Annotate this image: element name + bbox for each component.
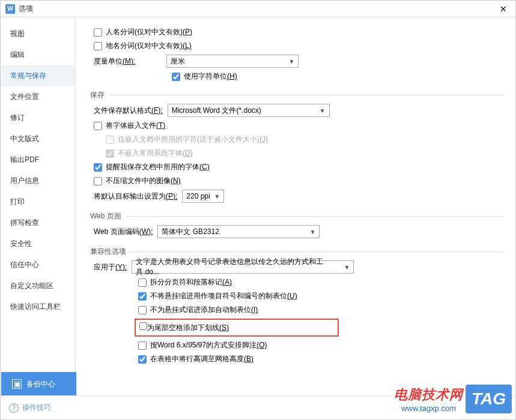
checkbox-word6-footnote[interactable]: 按Word 6.x/95/97的方式安排脚注(O): [138, 340, 267, 350]
sidebar-item-customize-ribbon[interactable]: 自定义功能区: [1, 275, 75, 296]
sidebar-item-edit[interactable]: 编辑: [1, 44, 75, 65]
checkbox-name-seg[interactable]: 人名分词(仅对中文有效)(P): [94, 27, 192, 37]
web-encoding-label: Web 页面编码(W):: [94, 227, 153, 237]
watermark: 电脑技术网 www.tagxp.com TAG: [394, 385, 512, 413]
chevron-down-icon: ▼: [310, 229, 316, 235]
sidebar-item-export-pdf[interactable]: 输出PDF: [1, 149, 75, 170]
chevron-down-icon: ▼: [320, 107, 326, 114]
row-apply-to: 应用于(Y): 文字是人类用表义符号记录表达信息以传之久远的方式和工具.do..…: [90, 260, 503, 274]
sidebar-item-user-info[interactable]: 用户信息: [1, 170, 75, 191]
web-encoding-select[interactable]: 简体中文 GB2312▼: [157, 225, 320, 238]
row-grid-height: 在表格中将行高调至网格高度(B): [90, 354, 503, 364]
unit-select[interactable]: 厘米▼: [166, 55, 299, 68]
row-trailing-underline-highlighted: 为尾部空格添加下划线(S): [135, 319, 339, 337]
chevron-down-icon: ▼: [214, 193, 220, 200]
watermark-url: www.tagxp.com: [394, 404, 463, 413]
chevron-down-icon: ▼: [344, 264, 350, 271]
checkbox-no-sys-font: 不嵌入常用系统字体(D): [106, 148, 193, 158]
row-only-used: 仅嵌入文档中所用的字符(适于减小文件大小)(J): [90, 134, 503, 145]
apply-to-label: 应用于(Y):: [94, 262, 127, 272]
row-word6-footnote: 按Word 6.x/95/97的方式安排脚注(O): [90, 340, 503, 350]
row-embed-font: 将字体嵌入文件(T): [90, 121, 503, 131]
checkbox-place-seg[interactable]: 地名分词(仅对中文有效)(L): [94, 41, 192, 51]
row-unit: 度量单位(M): 厘米▼: [90, 55, 503, 68]
sidebar-item-spellcheck[interactable]: 拼写检查: [1, 212, 75, 233]
checkbox-char-unit[interactable]: 使用字符单位(H): [172, 71, 237, 82]
content-panel: 人名分词(仅对中文有效)(P) 地名分词(仅对中文有效)(L) 度量单位(M):…: [76, 17, 515, 373]
row-target-output: 将默认目标输出设置为(P): 220 ppi▼: [90, 190, 503, 203]
backup-icon: ▣: [12, 379, 22, 389]
backup-label: 备份中心: [26, 379, 55, 389]
titlebar: W 选项 ✕: [1, 1, 515, 17]
unit-label: 度量单位(M):: [94, 56, 135, 67]
watermark-title: 电脑技术网: [394, 386, 463, 404]
checkbox-split-page[interactable]: 拆分分页符和段落标记(A): [138, 277, 232, 287]
sidebar-item-print[interactable]: 打印: [1, 191, 75, 212]
app-icon: W: [5, 4, 15, 14]
window-title: 选项: [19, 4, 496, 14]
row-no-compress: 不压缩文件中的图像(N): [90, 176, 503, 186]
sidebar-item-revision[interactable]: 修订: [1, 107, 75, 128]
row-save-format: 文件保存默认格式(F): Microsoft Word 文件(*.docx)▼: [90, 104, 503, 117]
row-hang-indent: 不将悬挂缩进用作项目符号和编号的制表位(U): [90, 291, 503, 301]
save-format-label: 文件保存默认格式(F):: [94, 106, 163, 116]
row-place-seg: 地名分词(仅对中文有效)(L): [90, 41, 503, 51]
sidebar-item-file-loc[interactable]: 文件位置: [1, 86, 75, 107]
checkbox-grid-height[interactable]: 在表格中将行高调至网格高度(B): [138, 354, 253, 364]
save-format-select[interactable]: Microsoft Word 文件(*.docx)▼: [168, 104, 330, 117]
checkbox-remind-font[interactable]: 提醒我保存文档中所用的字体(C): [94, 162, 210, 172]
checkbox-no-compress[interactable]: 不压缩文件中的图像(N): [94, 176, 181, 186]
sidebar-item-general-save[interactable]: 常规与保存: [1, 65, 75, 86]
checkbox-auto-tab[interactable]: 不为悬挂式缩进添加自动制表位(I): [138, 305, 258, 315]
apply-to-select[interactable]: 文字是人类用表义符号记录表达信息以传之久远的方式和工具.do...▼: [132, 260, 354, 274]
checkbox-embed-font[interactable]: 将字体嵌入文件(T): [94, 121, 165, 131]
checkbox-hang-indent[interactable]: 不将悬挂缩进用作项目符号和编号的制表位(U): [138, 291, 297, 301]
sidebar-item-quick-access[interactable]: 快速访问工具栏: [1, 296, 75, 317]
sidebar-item-cn-layout[interactable]: 中文版式: [1, 128, 75, 149]
section-save: 保存: [90, 90, 503, 100]
checkbox-only-used: 仅嵌入文档中所用的字符(适于减小文件大小)(J): [106, 134, 268, 145]
sidebar-item-view[interactable]: 视图: [1, 23, 75, 44]
chevron-down-icon: ▼: [288, 58, 294, 65]
row-char-unit: 使用字符单位(H): [90, 71, 503, 82]
checkbox-trailing-underline[interactable]: 为尾部空格添加下划线(S): [139, 322, 229, 333]
sidebar: 视图 编辑 常规与保存 文件位置 修订 中文版式 输出PDF 用户信息 打印 拼…: [1, 17, 76, 373]
main-area: 视图 编辑 常规与保存 文件位置 修订 中文版式 输出PDF 用户信息 打印 拼…: [1, 17, 515, 373]
row-auto-tab: 不为悬挂式缩进添加自动制表位(I): [90, 305, 503, 315]
help-icon[interactable]: ?: [9, 403, 19, 413]
help-link[interactable]: 操作技巧: [22, 403, 51, 413]
watermark-tag: TAG: [466, 385, 512, 413]
row-split-page: 拆分分页符和段落标记(A): [90, 277, 503, 287]
target-output-select[interactable]: 220 ppi▼: [182, 190, 224, 203]
row-remind-font: 提醒我保存文档中所用的字体(C): [90, 162, 503, 172]
row-no-sys: 不嵌入常用系统字体(D): [90, 148, 503, 158]
row-web-encoding: Web 页面编码(W): 简体中文 GB2312▼: [90, 225, 503, 238]
row-name-seg: 人名分词(仅对中文有效)(P): [90, 27, 503, 37]
section-compat: 兼容性选项: [90, 247, 503, 257]
close-icon[interactable]: ✕: [496, 2, 511, 16]
sidebar-item-trust-center[interactable]: 信任中心: [1, 254, 75, 275]
sidebar-item-security[interactable]: 安全性: [1, 233, 75, 254]
target-output-label: 将默认目标输出设置为(P):: [94, 191, 177, 202]
section-web: Web 页面: [90, 211, 503, 221]
backup-center-button[interactable]: ▣ 备份中心: [1, 372, 76, 396]
